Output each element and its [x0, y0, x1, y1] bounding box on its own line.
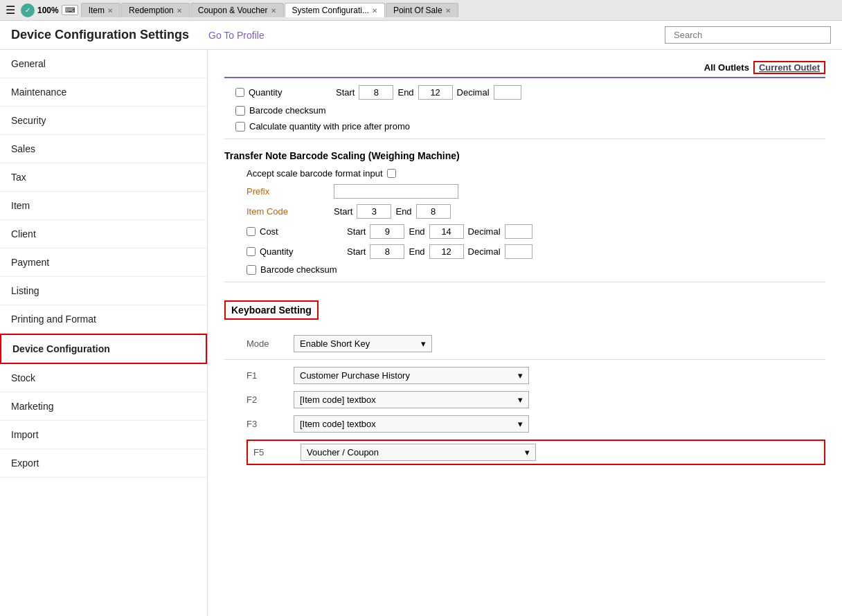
mode-row: Mode Enable Short Key ▾ — [247, 335, 825, 352]
tab-close-icon[interactable]: ✕ — [177, 7, 182, 15]
item-code-row: Item Code Start End — [247, 204, 825, 219]
calculate-qty-row: Calculate quantity with price after prom… — [235, 121, 825, 132]
tab-redemption[interactable]: Redemption ✕ — [121, 3, 190, 17]
sidebar-item-sales[interactable]: Sales — [0, 135, 207, 163]
cost-start-input[interactable] — [370, 224, 404, 239]
barcode-checksum-row-2: Barcode checksum — [247, 264, 825, 275]
f1-row: F1 Customer Purchase History ▾ — [247, 367, 825, 384]
sidebar-item-printing[interactable]: Printing and Format — [0, 305, 207, 334]
f2-select-arrow: ▾ — [518, 395, 523, 405]
tab-coupon-voucher[interactable]: Coupon & Voucher ✕ — [190, 3, 284, 17]
quantity-label-2: Quantity — [260, 246, 343, 257]
accept-scale-row: Accept scale barcode format input — [247, 168, 825, 179]
sidebar-item-stock[interactable]: Stock — [0, 364, 207, 392]
page-title: Device Configuration Settings — [11, 28, 189, 42]
main-wrapper: Device Configuration Settings Go To Prof… — [0, 21, 842, 616]
sidebar: General Maintenance Security Sales Tax I… — [0, 50, 208, 616]
current-outlet-tab[interactable]: Current Outlet — [753, 61, 825, 74]
quantity-end-top[interactable] — [418, 85, 453, 100]
main-content: All Outlets Current Outlet Quantity Star… — [208, 50, 842, 616]
barcode-checksum-checkbox-top[interactable] — [235, 106, 245, 116]
f2-select[interactable]: [Item code] textbox ▾ — [294, 391, 529, 408]
sidebar-item-device-config[interactable]: Device Configuration — [0, 334, 207, 364]
decimal-label-top: Decimal — [457, 87, 490, 98]
item-code-start-input[interactable] — [357, 204, 391, 219]
sidebar-item-payment[interactable]: Payment — [0, 248, 207, 277]
qty2-start-label: Start — [347, 246, 366, 257]
search-input[interactable] — [665, 26, 831, 44]
sidebar-item-import[interactable]: Import — [0, 421, 207, 449]
quantity-decimal-top[interactable] — [494, 85, 521, 100]
divider-1 — [224, 138, 825, 139]
outlet-tabs-header: All Outlets Current Outlet — [224, 61, 825, 78]
tab-item[interactable]: Item ✕ — [81, 3, 120, 17]
keyboard-section: Keyboard Setting — [224, 289, 825, 327]
menu-icon[interactable]: ☰ — [3, 2, 18, 18]
qty2-decimal-input[interactable] — [505, 244, 532, 259]
barcode-checksum-checkbox-2[interactable] — [247, 265, 256, 275]
sidebar-item-client[interactable]: Client — [0, 220, 207, 248]
barcode-checksum-label-2: Barcode checksum — [260, 264, 337, 275]
cost-start-label: Start — [347, 226, 366, 237]
quantity-checkbox-top[interactable] — [235, 88, 244, 97]
divider-3 — [224, 359, 825, 360]
f5-select[interactable]: Voucher / Coupon ▾ — [301, 444, 536, 461]
tab-system-config[interactable]: System Configurati... ✕ — [285, 3, 385, 17]
cost-decimal-input[interactable] — [505, 224, 532, 239]
quantity-row-2: Quantity Start End Decimal — [247, 244, 825, 259]
sidebar-item-maintenance[interactable]: Maintenance — [0, 78, 207, 107]
quantity-checkbox-2[interactable] — [247, 247, 256, 256]
tab-close-icon[interactable]: ✕ — [372, 7, 377, 15]
mode-select[interactable]: Enable Short Key ▾ — [294, 335, 432, 352]
tab-close-icon[interactable]: ✕ — [445, 7, 451, 15]
f1-label: F1 — [247, 370, 288, 381]
item-code-end-input[interactable] — [416, 204, 451, 219]
barcode-checksum-label-top: Barcode checksum — [249, 105, 326, 116]
cost-end-label: End — [409, 226, 424, 237]
barcode-checksum-row-top: Barcode checksum — [235, 105, 825, 116]
quantity-label-top: Quantity — [249, 87, 332, 98]
end-label-top: End — [397, 87, 413, 98]
keyboard-icon: ⌨ — [62, 5, 78, 15]
tab-close-icon[interactable]: ✕ — [107, 7, 113, 15]
qty2-start-input[interactable] — [370, 244, 404, 259]
go-to-profile-link[interactable]: Go To Profile — [208, 30, 265, 41]
f1-select[interactable]: Customer Purchase History ▾ — [294, 367, 529, 384]
item-code-label: Item Code — [247, 206, 330, 217]
all-outlets-tab[interactable]: All Outlets — [700, 62, 753, 73]
sidebar-item-security[interactable]: Security — [0, 107, 207, 135]
mode-select-arrow: ▾ — [421, 338, 426, 349]
cost-end-input[interactable] — [429, 224, 464, 239]
tab-point-of-sale[interactable]: Point Of Sale ✕ — [386, 3, 458, 17]
accept-scale-checkbox[interactable] — [387, 169, 396, 178]
cost-checkbox[interactable] — [247, 227, 256, 236]
top-bar: ☰ ✓ 100% ⌨ Item ✕ Redemption ✕ Coupon & … — [0, 0, 842, 21]
sidebar-item-listing[interactable]: Listing — [0, 277, 207, 305]
quantity-start-top[interactable] — [359, 85, 393, 100]
cost-row: Cost Start End Decimal — [247, 224, 825, 239]
f3-select-arrow: ▾ — [518, 419, 523, 429]
f5-label: F5 — [253, 447, 295, 458]
tab-close-icon[interactable]: ✕ — [271, 7, 276, 15]
cost-label: Cost — [260, 226, 343, 237]
calculate-qty-checkbox[interactable] — [235, 122, 245, 132]
tab-bar: Item ✕ Redemption ✕ Coupon & Voucher ✕ S… — [81, 3, 839, 17]
f5-select-arrow: ▾ — [525, 447, 530, 458]
sidebar-item-item[interactable]: Item — [0, 192, 207, 220]
sidebar-item-marketing[interactable]: Marketing — [0, 392, 207, 421]
sidebar-item-tax[interactable]: Tax — [0, 163, 207, 192]
qty2-end-input[interactable] — [429, 244, 464, 259]
quantity-row-top: Quantity Start End Decimal — [235, 85, 825, 100]
prefix-label: Prefix — [247, 186, 330, 197]
f3-select[interactable]: [Item code] textbox ▾ — [294, 415, 529, 433]
calculate-qty-label: Calculate quantity with price after prom… — [249, 121, 410, 132]
barcode-section-title: Transfer Note Barcode Scaling (Weighing … — [224, 150, 825, 161]
f1-select-arrow: ▾ — [518, 370, 523, 381]
sidebar-item-export[interactable]: Export — [0, 449, 207, 478]
header-row: Device Configuration Settings Go To Prof… — [0, 21, 842, 50]
cost-decimal-label: Decimal — [468, 226, 501, 237]
prefix-row: Prefix — [247, 184, 825, 199]
sidebar-item-general[interactable]: General — [0, 50, 207, 78]
prefix-input[interactable] — [334, 184, 458, 199]
app-logo: ✓ — [21, 3, 35, 17]
